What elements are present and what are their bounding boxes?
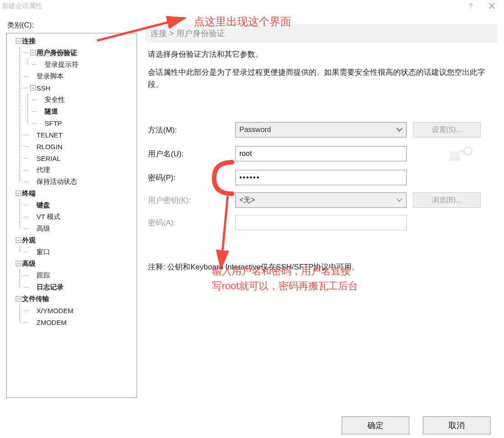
close-button[interactable] bbox=[481, 0, 502, 12]
method-select-value: Password bbox=[239, 126, 271, 134]
expand-icon[interactable]: − bbox=[16, 237, 21, 243]
settings-button: 设置(S)... bbox=[413, 122, 481, 137]
key-icon bbox=[449, 145, 476, 163]
tree-item-ssh[interactable]: SSH bbox=[37, 84, 50, 92]
panel-note: 注释: 公钥和Keyboard Interactive仅在SSH/SFTP协议中… bbox=[145, 262, 498, 272]
tree-item-appearance[interactable]: 外观 bbox=[22, 236, 36, 245]
tree-item-rlogin[interactable]: RLOGIN bbox=[37, 143, 63, 151]
panel-description-2: 会话属性中此部分是为了登录过程更便捷而提供的。如果需要安全性很高的状态的话建议您… bbox=[148, 67, 495, 91]
tree-item-sftp[interactable]: SFTP bbox=[45, 119, 62, 127]
username-input[interactable] bbox=[235, 146, 407, 161]
close-icon bbox=[489, 3, 495, 9]
method-label: 方法(M): bbox=[145, 125, 235, 135]
tree-item-window[interactable]: 窗口 bbox=[37, 248, 50, 256]
passphrase-input bbox=[235, 215, 407, 230]
svg-text:?: ? bbox=[469, 2, 472, 9]
tree-item-connection[interactable]: 连接 bbox=[22, 37, 36, 46]
ok-button[interactable]: 确定 bbox=[342, 416, 409, 434]
tree-item-proxy[interactable]: 代理 bbox=[37, 166, 50, 174]
expand-icon[interactable]: − bbox=[16, 261, 21, 266]
tree-item-keepalive[interactable]: 保持活动状态 bbox=[37, 178, 77, 186]
userkey-select: <无> bbox=[235, 192, 407, 208]
tree-item-filetransfer[interactable]: 文件传输 bbox=[22, 295, 49, 303]
breadcrumb: 连接 > 用户身份验证 bbox=[145, 24, 498, 42]
tree-item-login-prompt[interactable]: 登录提示符 bbox=[45, 60, 78, 69]
passphrase-label: 密码(A): bbox=[145, 218, 235, 228]
tree-item-terminal[interactable]: 终端 bbox=[22, 189, 36, 198]
tree-item-advanced-terminal[interactable]: 高级 bbox=[37, 224, 50, 233]
window-title: 新建会话属性 bbox=[2, 2, 42, 10]
expand-icon[interactable]: − bbox=[30, 50, 36, 55]
dialog-buttons: 确定 取消 bbox=[342, 416, 490, 434]
tree-item-vtmode[interactable]: VT 模式 bbox=[37, 213, 60, 221]
titlebar: 新建会话属性 ? bbox=[0, 0, 504, 12]
tree-item-tunnel[interactable]: 隧道 bbox=[45, 107, 58, 116]
category-tree[interactable]: − 连接 − 用户身份验证 登录提示符 登录脚本 bbox=[6, 33, 137, 398]
expand-icon[interactable]: − bbox=[16, 38, 21, 44]
tree-item-security[interactable]: 安全性 bbox=[45, 96, 65, 104]
question-icon: ? bbox=[467, 2, 475, 9]
svg-rect-4 bbox=[450, 158, 460, 160]
category-label: 类别(C): bbox=[7, 21, 137, 30]
password-label: 密码(P): bbox=[145, 173, 235, 183]
tree-item-telnet[interactable]: TELNET bbox=[37, 131, 63, 139]
tree-item-xymodem[interactable]: X/YMODEM bbox=[37, 307, 73, 315]
cancel-button[interactable]: 取消 bbox=[423, 416, 490, 434]
browse-button: 浏览(B)... bbox=[413, 192, 481, 208]
tree-item-keyboard[interactable]: 键盘 bbox=[37, 201, 50, 210]
method-select[interactable]: Password bbox=[235, 122, 407, 137]
svg-rect-7 bbox=[462, 151, 463, 154]
tree-item-trace[interactable]: 跟踪 bbox=[37, 271, 50, 280]
tree-item-auth[interactable]: 用户身份验证 bbox=[37, 49, 77, 57]
help-button[interactable]: ? bbox=[461, 0, 481, 12]
userkey-label: 用户密钥(K): bbox=[145, 195, 235, 205]
expand-icon[interactable]: − bbox=[30, 85, 36, 91]
password-input[interactable] bbox=[235, 170, 407, 185]
tree-item-serial[interactable]: SERIAL bbox=[37, 155, 60, 162]
tree-item-logging[interactable]: 日志记录 bbox=[37, 283, 64, 292]
tree-item-login-script[interactable]: 登录脚本 bbox=[37, 72, 64, 81]
expand-icon[interactable]: − bbox=[16, 296, 21, 301]
username-label: 用户名(U): bbox=[145, 149, 235, 159]
panel-description-1: 请选择身份验证方法和其它参数。 bbox=[148, 49, 495, 60]
chevron-down-icon bbox=[396, 196, 403, 204]
tree-item-zmodem[interactable]: ZMODEM bbox=[37, 319, 67, 326]
tree-item-advanced[interactable]: 高级 bbox=[22, 260, 36, 268]
expand-icon[interactable]: − bbox=[16, 191, 21, 196]
userkey-select-value: <无> bbox=[239, 196, 255, 205]
auth-form: 方法(M): Password 设置(S)... 用户名(U): bbox=[145, 122, 498, 230]
chevron-down-icon bbox=[396, 126, 403, 134]
